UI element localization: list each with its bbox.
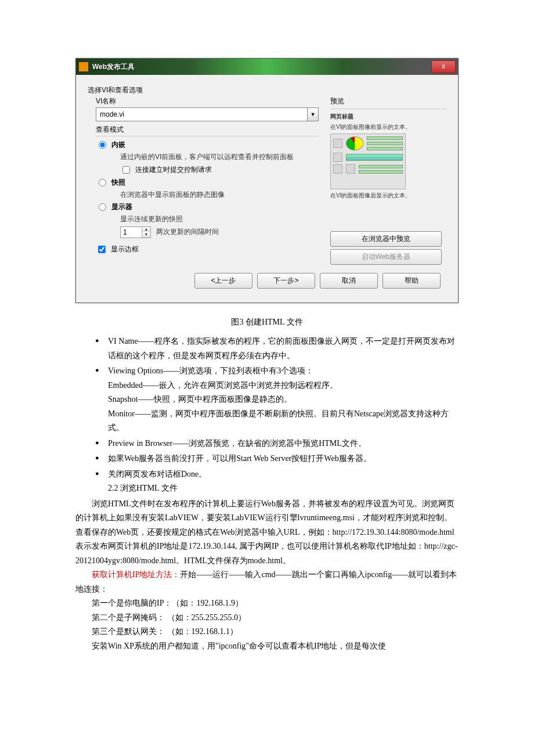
vi-name-label: VI名称 [96, 96, 319, 106]
show-border-checkbox[interactable] [98, 246, 106, 253]
list-item: Viewing Options——浏览选项，下拉列表框中有3个选项： Embed… [95, 364, 459, 435]
interval-input[interactable] [121, 227, 142, 237]
radio-snapshot[interactable] [99, 179, 106, 186]
back-button[interactable]: <上一步 [194, 273, 252, 289]
preview-after-text: 在VI的面板图像后显示的文本。 [330, 192, 446, 200]
opt-monitor-desc: 显示连续更新的快照 [120, 214, 319, 224]
cancel-button[interactable]: 取消 [320, 273, 378, 289]
preview-label: 预览 [330, 96, 446, 106]
preview-in-browser-button[interactable]: 在浏览器中预览 [330, 231, 442, 247]
paragraph: 获取计算机IP地址方法：开始——运行——输入cmd——跳出一个窗口再输入ipco… [75, 568, 459, 596]
opt-embedded-label: 内嵌 [111, 140, 125, 150]
list-item: Preview in Browser——浏览器预览，在缺省的浏览器中预览HTML… [95, 437, 459, 451]
view-mode-label: 查看模式 [96, 125, 319, 136]
spin-down-icon[interactable]: ▼ [142, 232, 150, 237]
vi-name-input[interactable] [96, 108, 307, 121]
help-button[interactable]: 帮助 [383, 273, 441, 289]
titlebar: Web发布工具 x [76, 59, 458, 75]
opt-monitor-label: 显示器 [111, 202, 132, 212]
list-item: 关闭网页发布对话框Done。 2.2 浏览HTML 文件 [95, 467, 459, 496]
list-item: 如果Web服务器当前没打开，可以用Start Web Server按钮打开Web… [95, 452, 459, 466]
bullet-list: VI Name——程序名，指实际被发布的程序，它的前面板图像嵌入网页，不一定是打… [75, 334, 459, 496]
preview-before-text: 在VI的面板图像前显示的文本。 [330, 123, 446, 131]
opt-embedded-desc: 通过内嵌的VI前面板，客户端可以远程查看并控制前面板 [120, 152, 319, 162]
next-button[interactable]: 下一步> [257, 273, 315, 289]
show-border-label: 显示边框 [111, 244, 139, 254]
app-icon [78, 62, 89, 72]
radio-embedded[interactable] [99, 141, 106, 149]
preview-title: 网页标题 [330, 113, 446, 121]
dialog-title: Web发布工具 [92, 62, 135, 72]
paragraph: 第一个是你电脑的IP：（如：192.168.1.9） [75, 596, 459, 611]
vi-name-combo[interactable]: ▼ [96, 107, 319, 121]
close-button[interactable]: x [431, 60, 456, 73]
start-web-server-button[interactable]: 启动Web服务器 [330, 249, 442, 265]
spin-up-icon[interactable]: ▲ [142, 227, 150, 232]
red-text: 获取计算机IP地址方法： [92, 570, 180, 579]
submit-control-label: 连接建立时提交控制请求 [135, 165, 212, 175]
submit-control-checkbox[interactable] [122, 166, 130, 174]
opt-snapshot-desc: 在浏览器中显示前面板的静态图像 [120, 190, 319, 200]
radio-monitor[interactable] [99, 203, 106, 211]
interval-label: 两次更新的间隔时间 [156, 228, 219, 236]
gauge-icon [346, 136, 363, 150]
paragraph: 第二个是子网掩码： （如：255.255.255.0） [75, 611, 459, 625]
preview-thumbnail [330, 134, 406, 189]
interval-spinner[interactable]: ▲▼ [120, 226, 151, 238]
section-label: 选择VI和查看选项 [88, 85, 446, 95]
list-item: VI Name——程序名，指实际被发布的程序，它的前面板图像嵌入网页，不一定是打… [95, 334, 459, 363]
opt-snapshot-label: 快照 [111, 178, 125, 188]
web-publish-dialog: Web发布工具 x 选择VI和查看选项 VI名称 ▼ 查看模式 内嵌 [75, 58, 459, 303]
paragraph: 安装Win XP系统的用户都知道，用"ipconfig"命令可以查看本机IP地址… [75, 639, 459, 654]
paragraph: 浏览HTML文件时在发布程序的计算机上要运行Web服务器，并将被发布的程序设置为… [75, 497, 459, 568]
chevron-down-icon[interactable]: ▼ [307, 108, 318, 121]
figure-caption: 图3 创建HTML 文件 [75, 317, 459, 327]
paragraph: 第三个是默认网关： （如：192.168.1.1） [75, 625, 459, 639]
